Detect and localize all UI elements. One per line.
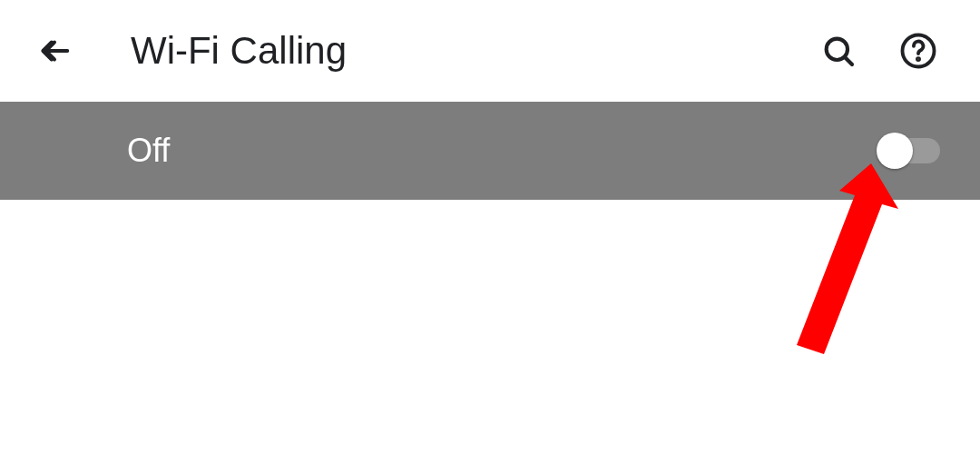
back-arrow-icon xyxy=(37,34,72,68)
search-icon xyxy=(820,33,857,69)
search-button[interactable] xyxy=(809,22,867,80)
toggle-state-label: Off xyxy=(127,132,170,170)
help-button[interactable] xyxy=(889,22,947,80)
toggle-thumb xyxy=(877,133,913,169)
app-bar: Wi-Fi Calling xyxy=(0,0,980,102)
svg-line-2 xyxy=(845,57,852,64)
page-title: Wi-Fi Calling xyxy=(131,29,788,73)
wifi-calling-toggle[interactable] xyxy=(882,133,940,169)
wifi-calling-toggle-row[interactable]: Off xyxy=(0,102,980,200)
svg-point-4 xyxy=(917,58,919,60)
help-icon xyxy=(899,32,937,70)
back-button[interactable] xyxy=(33,29,76,73)
